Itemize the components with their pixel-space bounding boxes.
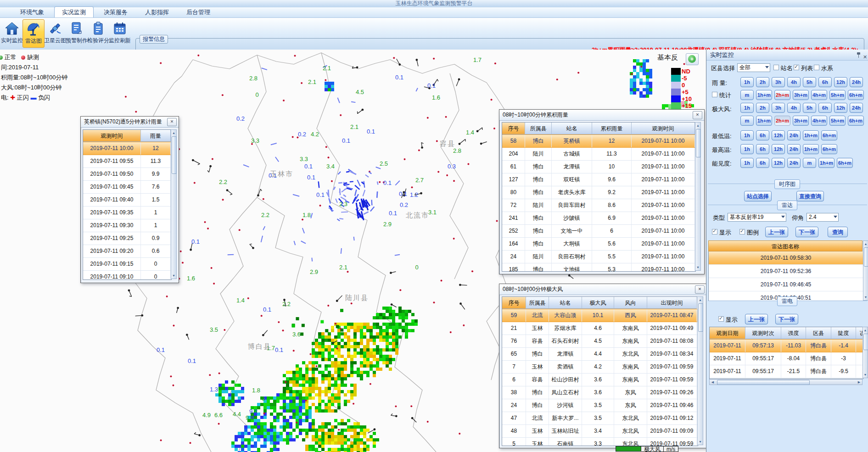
station-name-checkbox[interactable] xyxy=(773,65,779,70)
lightning-table[interactable]: 观测日期观测时次强度区县陡度误差 2019-07-1109:57:13-11.0… xyxy=(709,327,863,379)
table-row[interactable]: 2019-07-11 09:457.6 xyxy=(83,181,171,194)
range-button-m[interactable]: m xyxy=(740,90,754,100)
range-button-6h+m[interactable]: 6h+m xyxy=(848,90,864,100)
table-row[interactable]: 21玉林苏烟水库4.6东南风2019-07-11 09:49 xyxy=(502,322,698,335)
range-button-6h+m[interactable]: 6h+m xyxy=(821,144,837,154)
close-icon[interactable]: ✕ xyxy=(693,111,702,119)
table-row[interactable]: 2019-07-11 09:100 xyxy=(83,271,171,280)
table-row[interactable]: 7玉林卖酒镇4.2东南风2019-07-11 09:59 xyxy=(502,361,698,374)
table-row[interactable]: 2019-07-11 09:150 xyxy=(83,258,171,271)
toolbar-button-监控刷新[interactable]: 监控刷新 xyxy=(109,19,131,48)
district-select-dropdown[interactable]: 全部 xyxy=(737,63,770,72)
lightning-next-button[interactable]: 下一张 xyxy=(775,314,798,324)
table-row[interactable]: 2019-07-11 10:0012 xyxy=(83,142,171,155)
range-button-6h[interactable]: 6h xyxy=(818,77,832,87)
table-row[interactable]: 24博白沙河镇3.5东风2019-07-11 09:46 xyxy=(502,399,698,412)
range-button-5h+m[interactable]: 5h+m xyxy=(829,90,846,100)
range-button-2h+m[interactable]: 2h+m xyxy=(774,90,790,100)
table-row[interactable]: 2019-07-11 09:509.9 xyxy=(83,168,171,181)
range-button-2h[interactable]: 2h xyxy=(756,103,769,113)
table-row[interactable]: 6容县松山沙田村3.6东南风2019-07-11 09:59 xyxy=(502,374,698,386)
range-button-1h+m[interactable]: 1h+m xyxy=(756,116,772,126)
radar-image-list[interactable]: 2019-07-11 09:58:302019-07-11 09:52:3620… xyxy=(708,251,863,301)
range-button-m[interactable]: m xyxy=(803,158,816,168)
column-header-陡度[interactable]: 陡度 xyxy=(831,327,856,339)
range-button-12h[interactable]: 12h xyxy=(834,103,847,113)
table-row[interactable]: 2019-07-11 09:301 xyxy=(83,219,171,232)
list-checkbox[interactable] xyxy=(794,65,799,70)
range-button-4h+m[interactable]: 4h+m xyxy=(811,90,827,100)
menu-tab-实况监测[interactable]: 实况监测 xyxy=(54,6,94,17)
table-row[interactable]: 252博白文地一中62019-07-11 10:00 xyxy=(502,225,695,238)
table-row[interactable]: 2019-07-11 09:200.6 xyxy=(83,245,171,258)
vertical-scrollbar[interactable]: ▲▼ xyxy=(862,327,868,378)
table-row[interactable]: 24陆川良田石垌村5.52019-07-11 10:00 xyxy=(502,251,695,263)
table-row[interactable]: 58博白英桥镇122019-07-11 10:00 xyxy=(502,134,695,148)
range-button-12h[interactable]: 12h xyxy=(772,144,785,154)
table-row[interactable]: 2019-07-11 09:250.9 xyxy=(83,232,171,245)
column-header-序号[interactable]: 序号 xyxy=(502,123,525,134)
toolbar-button-检验评分[interactable]: 检验评分 xyxy=(87,19,109,48)
wind-window-title[interactable]: 08时~10时00分钟极大风 ✕ xyxy=(499,284,706,295)
column-header-序号[interactable]: 序号 xyxy=(502,297,526,309)
table-row[interactable]: 65博白龙潭镇4.4东北风2019-07-11 08:34 xyxy=(502,348,698,361)
direct-query-button[interactable]: 直接查询 xyxy=(796,191,824,201)
table-row[interactable]: 127博白双旺镇9.62019-07-11 10:00 xyxy=(502,173,695,186)
range-button-6h+m[interactable]: 6h+m xyxy=(821,130,837,140)
range-button-12h[interactable]: 12h xyxy=(772,158,785,168)
radar-query-button[interactable]: 查询 xyxy=(828,227,848,237)
vertical-scrollbar[interactable]: ▲▼ xyxy=(171,129,177,279)
column-header-观测时间[interactable]: 观测时间 xyxy=(632,123,695,134)
range-button-3h[interactable]: 3h xyxy=(772,103,785,113)
range-button-5h+m[interactable]: 5h+m xyxy=(829,116,846,126)
rain5min-window-title[interactable]: 英桥镇(N5702)逐5分钟累计雨量 ✕ xyxy=(81,117,179,128)
table-row[interactable]: 185博白文地镇5.32019-07-11 10:00 xyxy=(502,263,695,272)
radar-list-item[interactable]: 2019-07-11 09:58:30 xyxy=(709,251,863,265)
horizontal-scrollbar[interactable]: ◀▶ xyxy=(709,379,862,385)
range-button-3h+m[interactable]: 3h+m xyxy=(793,116,809,126)
range-button-4h[interactable]: 4h xyxy=(787,103,801,113)
radar-list-item[interactable]: 2019-07-11 09:46:45 xyxy=(709,278,863,291)
range-button-2h[interactable]: 2h xyxy=(756,77,769,87)
column-header-站名[interactable]: 站名 xyxy=(552,123,592,134)
range-button-6h[interactable]: 6h xyxy=(756,144,769,154)
vertical-scrollbar[interactable]: ▲▼ xyxy=(697,296,703,445)
table-row[interactable]: 47北流新丰大罗...3.5东北风2019-07-11 09:12 xyxy=(502,412,698,425)
table-row[interactable]: 2019-07-11 09:5511.3 xyxy=(83,155,171,168)
toolbar-button-预警制作[interactable]: 预警制作 xyxy=(66,19,88,48)
zoom-plus-button[interactable]: + xyxy=(686,53,699,65)
radar-show-checkbox[interactable] xyxy=(712,229,717,234)
water-system-checkbox[interactable] xyxy=(814,65,819,70)
table-row[interactable]: 38博白凤山立石村3.6东风2019-07-11 09:26 xyxy=(502,386,698,399)
collapse-arrow-icon[interactable]: ✕ xyxy=(863,51,867,62)
range-button-1h[interactable]: 1h xyxy=(740,103,754,113)
range-button-1h[interactable]: 1h xyxy=(740,158,754,168)
radar-prev-button[interactable]: 上一张 xyxy=(765,227,788,237)
column-header-累积雨量[interactable]: 累积雨量 xyxy=(592,123,632,134)
column-header-区县[interactable]: 区县 xyxy=(806,327,831,339)
range-button-2h+m[interactable]: 2h+m xyxy=(774,116,790,126)
radar-next-button[interactable]: 下一张 xyxy=(795,227,818,237)
range-button-12h[interactable]: 12h xyxy=(834,77,847,87)
table-row[interactable]: 76容县石头石剑村4.5东南风2019-07-11 08:08 xyxy=(502,335,698,348)
table-row[interactable]: 241博白沙陂镇6.92019-07-11 10:00 xyxy=(502,212,695,225)
menu-tab-决策服务[interactable]: 决策服务 xyxy=(96,7,135,17)
range-button-24h[interactable]: 24h xyxy=(787,144,801,154)
range-button-6h[interactable]: 6h xyxy=(756,130,769,140)
range-button-4h+m[interactable]: 4h+m xyxy=(811,116,827,126)
column-header-极大风[interactable]: 极大风 xyxy=(582,297,614,309)
table-row[interactable]: 72陆川良田车田村8.62019-07-11 10:00 xyxy=(502,199,695,212)
wind-window[interactable]: 08时~10时00分钟极大风 ✕ 序号所属县站名极大风风向出现时间 59北流大容… xyxy=(499,284,707,448)
rain5min-window[interactable]: 英桥镇(N5702)逐5分钟累计雨量 ✕ 观测时间雨量 2019-07-11 1… xyxy=(80,116,179,283)
range-button-5h[interactable]: 5h xyxy=(803,103,816,113)
table-row[interactable]: 2019-07-1109:55:17-21.5博白县-9.511 xyxy=(710,365,863,378)
toolbar-button-卫星云图[interactable]: 卫星云图 xyxy=(44,19,66,48)
station-select-button[interactable]: 站点选择 xyxy=(744,191,772,201)
column-header-所属县[interactable]: 所属县 xyxy=(526,297,549,309)
column-header-观测时间[interactable]: 观测时间 xyxy=(83,130,141,142)
range-button-6h+m[interactable]: 6h+m xyxy=(837,158,853,168)
vertical-scrollbar[interactable]: ▲▼ xyxy=(695,122,701,271)
radar-type-dropdown[interactable]: 基本反射率19 xyxy=(728,213,786,222)
rain-acc-window-title[interactable]: 08时~10时00分钟累积雨量 ✕ xyxy=(499,110,704,121)
radar-list-item[interactable]: 2019-07-11 09:52:36 xyxy=(709,265,863,278)
